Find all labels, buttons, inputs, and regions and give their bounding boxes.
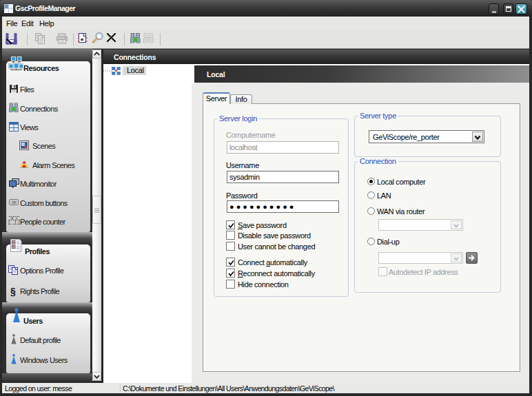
svg-text:OK: OK xyxy=(12,200,17,205)
